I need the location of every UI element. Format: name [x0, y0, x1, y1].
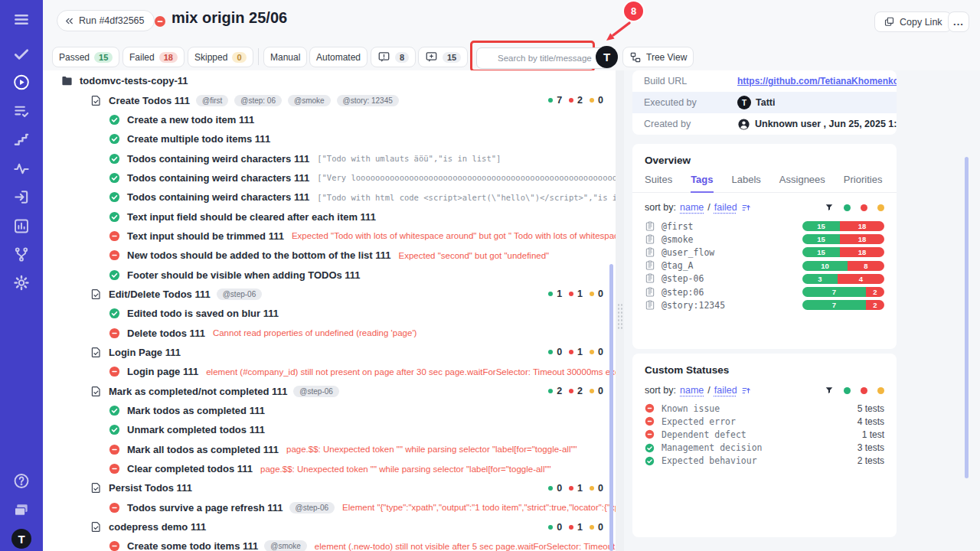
tag-stat-row[interactable]: @tag_A108 [632, 259, 897, 272]
tree-scrollbar[interactable] [609, 264, 613, 551]
tag-stat-row[interactable]: @first1518 [632, 220, 897, 233]
sidebar-help-icon[interactable] [13, 472, 31, 490]
sidebar-runs-icon[interactable] [13, 73, 31, 91]
suite-row[interactable]: Edit/Delete Todos 111@step-06110 [43, 285, 623, 304]
panel-resizer[interactable] [616, 70, 624, 551]
failed-label: Failed [129, 52, 155, 63]
sidebar-import-icon[interactable] [13, 188, 31, 206]
sort-name-link[interactable]: name [680, 202, 704, 213]
filter-skipped-chip[interactable]: Skipped 0 [188, 47, 253, 67]
tag-bar-passed: 10 [802, 261, 848, 271]
count-value: 2 [557, 386, 562, 396]
sidebar-test-plans-icon[interactable] [13, 103, 31, 120]
test-row[interactable]: Create multiple todo items 111 [43, 129, 623, 148]
sidebar-account-logo[interactable]: T [11, 529, 31, 549]
test-row[interactable]: Login page 111element (#company_id) stil… [43, 362, 623, 381]
tag-stat-row[interactable]: @step-0634 [632, 272, 897, 285]
test-row[interactable]: Mark all todos as completed 111page.$$: … [43, 440, 623, 459]
custom-status-row[interactable]: Dependent defect1 test [632, 428, 897, 441]
sidebar-steps-icon[interactable] [13, 131, 31, 148]
tag-stat-row[interactable]: @user_flow1518 [632, 246, 897, 259]
sidebar-menu-icon[interactable] [13, 11, 31, 28]
custom-status-row[interactable]: Management decision3 tests [632, 442, 897, 455]
page-title: mix origin 25/06 [172, 9, 287, 27]
passed-icon [109, 308, 120, 319]
tag-bar-failed: 8 [848, 261, 884, 271]
suite-row[interactable]: Create Todos 111@first@step: 06@smoke@st… [43, 90, 623, 109]
more-actions-button[interactable]: ... [948, 11, 969, 32]
sidebar-projects-icon[interactable] [13, 501, 31, 519]
sort-failed-link[interactable]: failed [714, 202, 737, 213]
test-row[interactable]: Text input field should be cleared after… [43, 207, 623, 226]
test-row[interactable]: New todos should be added to the bottom … [43, 246, 623, 265]
test-row[interactable]: Create a new todo item 111 [43, 110, 623, 129]
attachments-filter-chip[interactable]: 15 [418, 47, 468, 67]
passed-filter-dot[interactable] [844, 387, 851, 394]
test-row[interactable]: Mark todos as completed 111 [43, 401, 623, 420]
row-label: Delete todos 111 [127, 328, 205, 339]
tree-view-button[interactable]: Tree View [622, 47, 694, 67]
filter-failed-chip[interactable]: Failed 18 [122, 47, 185, 67]
tab-assignees[interactable]: Assignees [779, 174, 825, 192]
test-row[interactable]: Unmark completed todos 111 [43, 420, 623, 439]
suite-row[interactable]: Mark as completed/not completed 111@step… [43, 382, 623, 401]
comments-filter-chip[interactable]: 8 [371, 47, 416, 67]
tab-tags[interactable]: Tags [691, 174, 713, 193]
test-row[interactable]: Text input should be trimmed 111Expected… [43, 227, 623, 246]
test-error: element (.new-todo) still not visible af… [315, 542, 623, 551]
suite-row[interactable]: codepress demo 111010 [43, 517, 623, 536]
filter-manual-chip[interactable]: Manual [263, 47, 307, 67]
failed-count: 1 [569, 347, 583, 357]
failed-icon [109, 444, 120, 455]
tag-bar: 1518 [802, 234, 884, 244]
test-row[interactable]: Todos containing weird characters 111["T… [43, 148, 623, 168]
test-row[interactable]: Todos containing weird characters 111["V… [43, 168, 623, 187]
sort-name-link[interactable]: name [680, 385, 704, 396]
custom-status-row[interactable]: Expected behaviour2 tests [632, 455, 897, 468]
sidebar-pulse-icon[interactable] [13, 160, 31, 178]
sidebar-branches-icon[interactable] [13, 246, 31, 263]
row-label: Todos survive a page refresh 111 [127, 502, 283, 514]
tree-folder-row[interactable]: todomvc-tests-copy-11 [43, 71, 623, 90]
test-row[interactable]: Delete todos 111Cannot read properties o… [43, 323, 623, 342]
failed-dot [569, 486, 573, 491]
tab-labels[interactable]: Labels [732, 174, 761, 192]
failed-filter-dot[interactable] [861, 387, 867, 394]
tag-stat-row[interactable]: @step:0672 [632, 285, 897, 298]
filter-passed-chip[interactable]: Passed 15 [52, 47, 119, 67]
test-row[interactable]: Edited todo is saved on blur 111 [43, 304, 623, 323]
app-window: T Run #4df32565 mix origin 25/06 Copy Li… [0, 0, 980, 551]
build-url-link[interactable]: https://github.com/TetianaKhomenko/Load-… [737, 76, 897, 86]
filter-automated-chip[interactable]: Automated [309, 47, 368, 67]
sidebar-settings-icon[interactable] [13, 274, 31, 292]
user-avatar[interactable]: T [596, 46, 618, 68]
skipped-filter-dot[interactable] [877, 204, 884, 211]
suite-row[interactable]: Login Page 111010 [43, 343, 623, 362]
tree-view-label: Tree View [646, 52, 687, 63]
custom-status-row[interactable]: Expected error4 tests [632, 415, 897, 428]
test-row[interactable]: Todos survive a page refresh 111@step-06… [43, 498, 623, 517]
tag-stat-row[interactable]: @smoke1518 [632, 233, 897, 246]
skipped-count: 0 [590, 386, 603, 396]
panel-scrollbar[interactable] [965, 157, 969, 478]
test-row[interactable]: Create some todo items 111@smokeelement … [43, 536, 623, 551]
failed-filter-dot[interactable] [861, 204, 867, 211]
passed-filter-dot[interactable] [844, 204, 851, 211]
tab-priorities[interactable]: Priorities [844, 174, 883, 192]
info-row: Build URLhttps://github.com/TetianaKhome… [632, 70, 897, 92]
sort-failed-link[interactable]: failed [714, 385, 737, 396]
tag-stat-row[interactable]: @story:1234572 [632, 298, 897, 311]
test-row[interactable]: Footer should be visible when adding TOD… [43, 265, 623, 284]
search-input[interactable] [476, 47, 613, 69]
test-row[interactable]: Todos containing weird characters 111["T… [43, 187, 623, 207]
copy-link-button[interactable]: Copy Link [874, 11, 952, 32]
tag-bar-failed: 18 [840, 247, 884, 257]
sidebar-tests-icon[interactable] [13, 45, 31, 63]
test-row[interactable]: Clear completed todos 111page.$$: Unexpe… [43, 459, 623, 478]
sidebar-analytics-icon[interactable] [13, 217, 31, 235]
back-to-runs-button[interactable]: Run #4df32565 [57, 10, 155, 31]
skipped-filter-dot[interactable] [877, 387, 884, 394]
tab-suites[interactable]: Suites [645, 174, 672, 192]
suite-row[interactable]: Persist Todos 111010 [43, 478, 623, 497]
custom-status-row[interactable]: Known issue5 tests [632, 402, 897, 415]
